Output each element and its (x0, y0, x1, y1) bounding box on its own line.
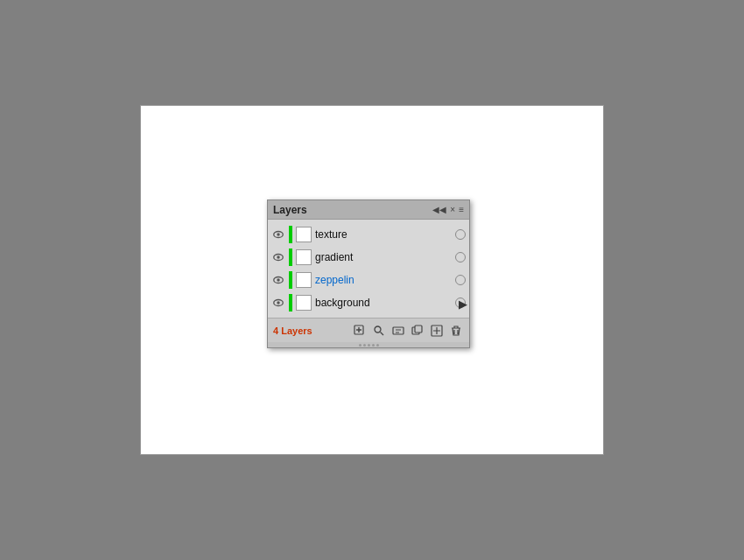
bottom-toolbar (352, 323, 464, 339)
layer-color-bar (289, 271, 292, 289)
layer-name: texture (315, 228, 452, 241)
search-button[interactable] (371, 323, 387, 339)
layers-panel: Layers ◀◀ × ≡ texture (267, 200, 470, 348)
svg-point-5 (277, 278, 280, 282)
layer-thumbnail (296, 227, 312, 242)
layer-color-bar (289, 248, 292, 266)
layer-color-bar (289, 226, 292, 243)
visibility-icon[interactable] (271, 250, 285, 264)
svg-line-10 (381, 332, 384, 335)
delete-button[interactable] (448, 323, 464, 339)
comp-button[interactable] (390, 323, 406, 339)
panel-title: Layers (273, 204, 307, 216)
visibility-icon[interactable] (271, 273, 285, 287)
svg-point-1 (277, 233, 280, 236)
layer-status-circle (455, 229, 466, 240)
layer-row[interactable]: texture (268, 223, 469, 246)
drag-handle[interactable] (268, 342, 469, 347)
layer-thumbnail (296, 272, 312, 288)
close-button[interactable]: × (450, 206, 455, 214)
layer-thumbnail (296, 249, 312, 265)
svg-point-9 (375, 326, 381, 332)
layer-name: zeppelin (315, 274, 452, 286)
menu-button[interactable]: ≡ (459, 206, 464, 214)
header-controls: ◀◀ × ≡ (432, 206, 464, 214)
layer-status-circle (455, 275, 466, 285)
visibility-icon[interactable] (271, 228, 285, 242)
layer-name: gradient (315, 251, 452, 263)
panel-header: Layers ◀◀ × ≡ (268, 200, 469, 220)
svg-point-3 (277, 256, 280, 259)
collapse-button[interactable]: ◀◀ (432, 206, 446, 214)
layers-list: texture gradient (268, 220, 469, 318)
svg-point-7 (277, 301, 280, 304)
duplicate-button[interactable] (410, 323, 425, 339)
visibility-icon[interactable] (271, 296, 285, 310)
merge-button[interactable] (429, 323, 445, 339)
panel-status-bar: 4 Layers (268, 318, 469, 342)
svg-rect-13 (415, 326, 422, 332)
layer-row[interactable]: gradient (268, 246, 469, 269)
layer-name: background (315, 297, 452, 309)
new-layer-button[interactable] (352, 323, 368, 339)
expand-arrow-icon: ▶ (459, 298, 467, 311)
layer-row[interactable]: background ▶ (268, 291, 469, 314)
layer-status-circle (455, 252, 466, 262)
layer-count-label: 4 Layers (273, 326, 312, 336)
layer-row[interactable]: zeppelin (268, 269, 469, 291)
layer-thumbnail (296, 295, 312, 311)
svg-rect-11 (393, 327, 404, 334)
drag-dots (359, 344, 379, 346)
layer-color-bar (289, 294, 292, 312)
